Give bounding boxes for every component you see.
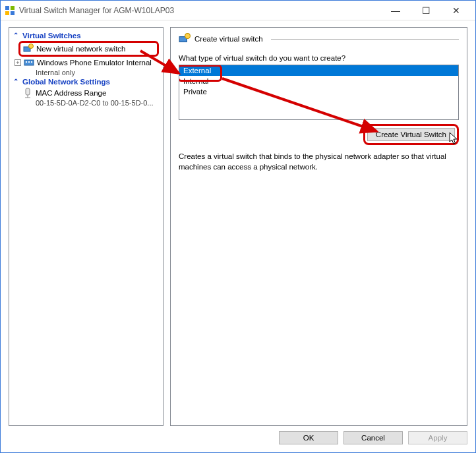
tree-item-label: New virtual network switch bbox=[36, 45, 125, 53]
tree-item-label: MAC Address Range bbox=[36, 89, 106, 97]
tree-section-label: Virtual Switches bbox=[22, 32, 81, 40]
annotation-highlight-create: Create Virtual Switch bbox=[363, 124, 459, 145]
tree-panel: ⌃ Virtual Switches New virtual network s… bbox=[9, 27, 164, 426]
tree-item-emulator-subtype: Internal only bbox=[11, 69, 162, 76]
svg-rect-3 bbox=[11, 11, 15, 15]
svg-rect-9 bbox=[31, 61, 32, 63]
window-controls: — ☐ ✕ bbox=[380, 1, 471, 20]
tree-section-label: Global Network Settings bbox=[22, 78, 110, 86]
switch-type-question: What type of virtual switch do you want … bbox=[179, 54, 459, 62]
panel-heading: Create virtual switch bbox=[194, 35, 263, 43]
chevron-up-icon: ⌃ bbox=[13, 78, 20, 85]
app-icon bbox=[5, 5, 15, 16]
dialog-footer: OK Cancel Apply bbox=[9, 426, 467, 446]
tree-item-new-virtual-switch[interactable]: New virtual network switch bbox=[20, 43, 157, 55]
ok-button[interactable]: OK bbox=[279, 431, 338, 444]
chevron-up-icon: ⌃ bbox=[13, 32, 20, 39]
switch-type-description: Creates a virtual switch that binds to t… bbox=[179, 152, 459, 172]
tree-item-emulator[interactable]: + Windows Phone Emulator Internal bbox=[11, 57, 162, 69]
tree-item-label: Windows Phone Emulator Internal bbox=[37, 59, 152, 67]
switch-new-icon bbox=[23, 44, 34, 54]
tree: ⌃ Virtual Switches New virtual network s… bbox=[9, 28, 163, 109]
panel-heading-row: Create virtual switch bbox=[179, 33, 459, 45]
svg-rect-2 bbox=[5, 11, 9, 15]
cancel-button[interactable]: Cancel bbox=[343, 431, 403, 444]
switch-type-option-internal[interactable]: Internal bbox=[179, 76, 458, 86]
cursor-icon bbox=[449, 132, 460, 145]
svg-rect-10 bbox=[26, 88, 30, 95]
switch-type-listbox[interactable]: External Internal Private bbox=[179, 65, 459, 120]
titlebar: Virtual Switch Manager for AGM-W10LAP03 … bbox=[1, 1, 475, 20]
svg-point-5 bbox=[29, 44, 34, 49]
annotation-highlight-new-switch: New virtual network switch bbox=[18, 41, 159, 57]
svg-point-14 bbox=[185, 34, 191, 39]
switch-icon bbox=[24, 57, 34, 68]
mac-address-icon bbox=[22, 88, 33, 98]
create-virtual-switch-button[interactable]: Create Virtual Switch bbox=[367, 128, 455, 141]
columns: ⌃ Virtual Switches New virtual network s… bbox=[9, 27, 467, 426]
svg-rect-1 bbox=[11, 6, 15, 10]
tree-item-mac-range-value: 00-15-5D-0A-D2-C0 to 00-15-5D-0... bbox=[11, 99, 162, 107]
svg-rect-8 bbox=[28, 61, 30, 63]
svg-rect-7 bbox=[26, 61, 27, 63]
details-panel: Create virtual switch What type of virtu… bbox=[170, 27, 467, 426]
content-area: ⌃ Virtual Switches New virtual network s… bbox=[1, 20, 475, 452]
minimize-button[interactable]: — bbox=[380, 1, 411, 20]
tree-section-virtual-switches[interactable]: ⌃ Virtual Switches bbox=[11, 30, 162, 41]
create-button-row: Create Virtual Switch bbox=[179, 124, 459, 145]
expand-icon[interactable]: + bbox=[15, 59, 21, 66]
maximize-button[interactable]: ☐ bbox=[411, 1, 441, 20]
switch-type-option-private[interactable]: Private bbox=[179, 86, 458, 97]
svg-rect-0 bbox=[5, 6, 9, 10]
switch-type-option-external[interactable]: External bbox=[179, 65, 458, 76]
apply-button[interactable]: Apply bbox=[408, 431, 467, 444]
close-button[interactable]: ✕ bbox=[441, 1, 471, 20]
window-title: Virtual Switch Manager for AGM-W10LAP03 bbox=[19, 6, 380, 15]
heading-rule bbox=[271, 39, 459, 40]
panel-heading-icon bbox=[179, 33, 191, 45]
tree-item-mac-range[interactable]: MAC Address Range bbox=[11, 87, 162, 99]
tree-section-global-settings[interactable]: ⌃ Global Network Settings bbox=[11, 76, 162, 87]
